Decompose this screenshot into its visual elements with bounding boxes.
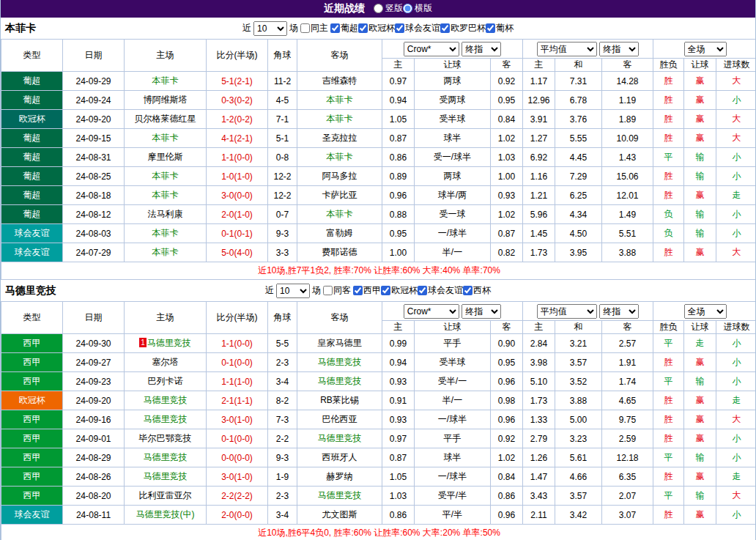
same-filter[interactable]: 同主 — [300, 22, 328, 34]
league-filter[interactable]: 欧冠杯 — [358, 22, 395, 34]
handicap-cell: 两球 — [415, 72, 491, 91]
away-team-name: 马德里竞技 — [318, 357, 362, 367]
match-row: 葡超24-08-18本菲卡3-0(0-0)12-2卡萨比亚0.96球半/两0.9… — [1, 186, 756, 205]
league-filter-checkbox[interactable] — [418, 286, 427, 295]
avg-draw-cell: 6.78 — [555, 91, 602, 110]
league-type-cell: 西甲 — [1, 429, 63, 448]
goals-result-cell: 小 — [716, 506, 756, 525]
stats-table: 类型 日期 主场 比分(半场) 角球 客场 Crow* 终指 平均值 终指 — [1, 39, 756, 280]
league-filter[interactable]: 西杯 — [463, 284, 491, 297]
score-cell: 0-1(0-1) — [207, 224, 268, 243]
same-filter-checkbox[interactable] — [323, 286, 333, 295]
recent-count-select[interactable]: 10 — [253, 21, 287, 36]
away-team-cell: 马德里竞技 — [297, 429, 382, 448]
avg-home-cell: 2.84 — [523, 334, 555, 353]
odds-away-cell: 1.00 — [491, 167, 523, 186]
odds-source-select[interactable]: Crow* — [404, 304, 459, 319]
league-filter-checkbox[interactable] — [395, 23, 404, 33]
recent-suffix-label: 场 — [312, 284, 321, 297]
match-date-cell: 24-07-29 — [63, 243, 125, 262]
avg-home-cell: 1.73 — [523, 391, 555, 410]
match-row: 球会友谊24-08-03本菲卡0-1(0-1)9-3富勒姆0.95一/球半0.8… — [1, 224, 756, 243]
league-filter[interactable]: 欧罗巴杯 — [440, 22, 486, 34]
scope-select[interactable]: 全场 — [684, 304, 727, 319]
result-cell: 平 — [653, 148, 684, 167]
handicap-cell: 受一/球半 — [415, 148, 491, 167]
home-team-name: 本菲卡 — [152, 228, 179, 238]
odds-home-cell: 0.87 — [382, 129, 415, 148]
league-filter[interactable]: 球会友谊 — [418, 284, 463, 297]
league-type-cell: 球会友谊 — [1, 243, 63, 262]
league-type-cell: 葡超 — [1, 91, 63, 110]
col-header-date: 日期 — [63, 302, 125, 334]
match-row: 西甲24-09-301马德里竞技1-1(0-0)5-5皇家马德里0.99平手0.… — [1, 334, 756, 353]
handicap-cell: 两球 — [415, 167, 491, 186]
col-header-corner: 角球 — [268, 40, 297, 72]
match-row: 葡超24-09-15本菲卡4-1(2-1)5-1圣克拉拉0.87球半1.021.… — [1, 129, 756, 148]
odds-source-select[interactable]: Crow* — [404, 42, 459, 56]
league-filter[interactable]: 球会友谊 — [395, 22, 440, 34]
view-radio[interactable] — [374, 4, 383, 13]
result-cell: 负 — [653, 224, 684, 243]
odds-selects-cell: Crow* 终指 — [382, 40, 523, 59]
view-radio[interactable] — [403, 4, 412, 13]
match-date-cell: 24-08-11 — [63, 506, 125, 525]
home-team-cell: 马德里竞技 — [125, 410, 207, 429]
same-filter-checkbox[interactable] — [300, 23, 310, 33]
goals-result-cell: 走 — [716, 391, 756, 410]
avg-draw-cell: 3.42 — [555, 506, 602, 525]
recent-count-select[interactable]: 10 — [276, 284, 310, 298]
rank-badge: 1 — [139, 338, 147, 347]
home-team-name: 马德里竞技 — [144, 414, 188, 424]
league-filter[interactable]: 欧冠杯 — [381, 284, 418, 297]
handicap-cell: 球半 — [415, 129, 491, 148]
view-option-1[interactable]: 竖版 — [374, 2, 403, 15]
league-filter-checkbox[interactable] — [353, 286, 363, 295]
rows-body: 葡超24-09-29本菲卡5-1(2-1)11-2吉维森特0.97两球0.921… — [1, 72, 756, 262]
league-filter-checkbox[interactable] — [381, 286, 390, 295]
result-cell: 胜 — [653, 410, 684, 429]
league-filter[interactable]: 葡杯 — [486, 22, 514, 34]
same-filter[interactable]: 同客 — [323, 284, 351, 297]
odds-kind-select[interactable]: 终指 — [462, 42, 501, 56]
avg-away-cell: 1.43 — [602, 148, 653, 167]
league-filter[interactable]: 葡超 — [330, 22, 358, 34]
home-team-cell: 比利亚雷亚尔 — [125, 487, 207, 506]
match-row: 西甲24-09-27塞尔塔0-1(0-0)2-3马德里竞技0.94受半球0.95… — [1, 353, 756, 372]
league-filter-checkbox[interactable] — [463, 286, 472, 295]
goals-result-cell: 大 — [716, 410, 756, 429]
odds-home-cell: 0.87 — [382, 448, 415, 467]
away-team-name: 赫罗纳 — [327, 471, 353, 481]
average-kind-select[interactable]: 终指 — [599, 42, 639, 56]
corner-cell: 3-4 — [268, 372, 297, 391]
result-cell: 胜 — [653, 72, 684, 91]
avg-home-cell: 3.91 — [523, 110, 555, 129]
match-row: 欧冠杯24-09-20贝尔格莱德红星1-2(0-2)7-1本菲卡1.05受半球0… — [1, 110, 756, 129]
league-filter-checkbox[interactable] — [358, 23, 368, 33]
recent-suffix-label: 场 — [289, 22, 298, 34]
average-select[interactable]: 平均值 — [537, 304, 597, 319]
home-team-cell: 马德里竞技 — [125, 448, 207, 467]
league-type-cell: 西甲 — [1, 467, 63, 487]
score-cell: 1-0(1-0) — [207, 167, 268, 186]
league-filter[interactable]: 西甲 — [353, 284, 381, 297]
odds-away-cell: 0.87 — [491, 224, 523, 243]
league-type-cell: 葡超 — [1, 148, 63, 167]
handicap-result-cell: 赢 — [684, 129, 716, 148]
league-type-cell: 西甲 — [1, 334, 63, 353]
league-filter-checkbox[interactable] — [440, 23, 450, 33]
home-team-cell: 本菲卡 — [125, 224, 207, 243]
scope-select[interactable]: 全场 — [684, 42, 727, 56]
average-kind-select[interactable]: 终指 — [599, 304, 639, 319]
handicap-result-cell: 走 — [684, 334, 716, 353]
corner-cell: 5-5 — [268, 334, 297, 353]
league-filter-checkbox[interactable] — [486, 23, 495, 33]
average-select[interactable]: 平均值 — [537, 42, 597, 56]
odds-kind-select[interactable]: 终指 — [462, 304, 501, 319]
away-team-name: 皇家马德里 — [318, 338, 362, 348]
col-header-date: 日期 — [63, 40, 125, 72]
view-option-2[interactable]: 横版 — [403, 2, 432, 15]
score-cell: 5-1(2-1) — [207, 72, 268, 91]
corner-cell: 2-3 — [268, 353, 297, 372]
league-filter-checkbox[interactable] — [330, 23, 340, 33]
